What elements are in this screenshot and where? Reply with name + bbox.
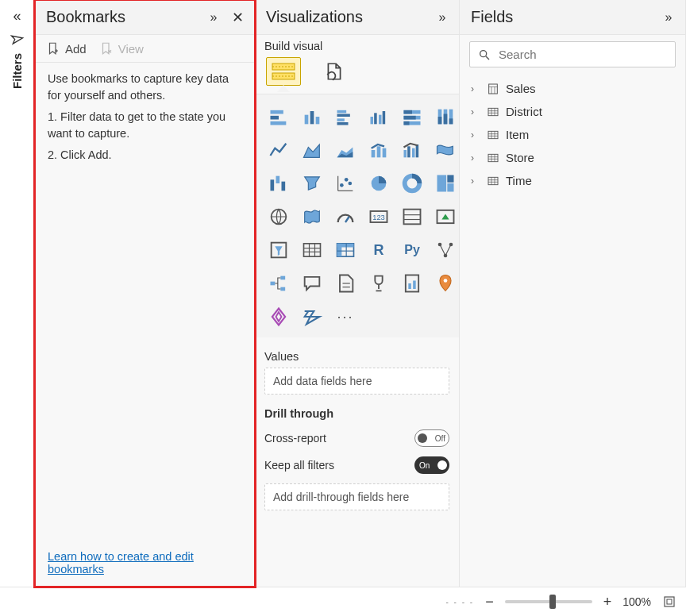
field-table-sales[interactable]: › Sales: [463, 77, 682, 100]
goals-icon[interactable]: [364, 269, 393, 298]
svg-rect-108: [667, 599, 672, 604]
card-icon[interactable]: 123: [364, 202, 393, 231]
hundred-stacked-bar-chart-icon[interactable]: [398, 102, 426, 131]
smart-narrative-icon[interactable]: [331, 269, 360, 298]
line-chart-icon[interactable]: [264, 136, 293, 164]
values-dropzone[interactable]: Add data fields here: [264, 368, 449, 395]
bookmark-add-button[interactable]: Add: [46, 41, 87, 56]
field-table-time[interactable]: › Time: [463, 169, 682, 192]
svg-point-42: [340, 183, 344, 187]
svg-rect-79: [413, 281, 416, 290]
kpi-icon[interactable]: [431, 202, 460, 231]
svg-rect-21: [404, 116, 416, 120]
power-automate-visual-icon[interactable]: [298, 302, 326, 331]
treemap-icon[interactable]: [431, 169, 460, 198]
pie-chart-icon[interactable]: [364, 169, 393, 198]
zoom-out-button[interactable]: −: [485, 594, 494, 610]
field-table-item[interactable]: › Item: [463, 123, 682, 146]
funnel-chart-icon[interactable]: [298, 169, 326, 198]
visualizations-collapse-button[interactable]: »: [434, 9, 451, 26]
multi-row-card-icon[interactable]: [398, 202, 426, 231]
fields-search-input[interactable]: [497, 47, 667, 62]
decomposition-tree-icon[interactable]: [264, 269, 293, 298]
table-icon: [487, 106, 499, 118]
field-table-district[interactable]: › District: [463, 100, 682, 123]
clustered-bar-chart-icon[interactable]: [331, 102, 360, 131]
format-visual-tab[interactable]: [317, 57, 352, 86]
ribbon-chart-icon[interactable]: [431, 136, 460, 164]
svg-rect-29: [449, 118, 453, 124]
r-visual-icon[interactable]: R: [364, 236, 393, 264]
svg-rect-77: [406, 275, 418, 292]
viz-mode-tabs: [255, 52, 459, 86]
bookmarks-step2: 2. Click Add.: [48, 147, 241, 164]
svg-point-81: [480, 50, 487, 56]
table-calc-icon: [487, 83, 499, 95]
bookmark-add-icon: [46, 41, 60, 56]
field-table-store[interactable]: › Store: [463, 146, 682, 169]
donut-chart-icon[interactable]: [398, 169, 426, 198]
waterfall-chart-icon[interactable]: [264, 169, 293, 198]
gauge-icon[interactable]: [331, 202, 360, 231]
filters-pane-collapsed[interactable]: « Filters: [0, 0, 35, 587]
paginated-report-icon[interactable]: [398, 269, 426, 298]
chevron-right-icon: ›: [471, 129, 480, 141]
stacked-bar-chart-icon[interactable]: [264, 102, 293, 131]
hundred-stacked-column-chart-icon[interactable]: [431, 102, 460, 131]
filled-map-icon[interactable]: [298, 202, 326, 231]
arcgis-map-icon[interactable]: [431, 269, 460, 298]
svg-rect-9: [316, 117, 320, 124]
table-icon[interactable]: [298, 236, 326, 264]
svg-rect-73: [280, 276, 285, 280]
svg-rect-72: [271, 282, 276, 286]
map-icon[interactable]: [264, 202, 293, 231]
stacked-area-chart-icon[interactable]: [331, 136, 360, 164]
svg-rect-32: [383, 148, 387, 158]
svg-rect-13: [337, 122, 349, 125]
fields-collapse-button[interactable]: »: [660, 9, 677, 26]
qna-icon[interactable]: [298, 269, 326, 298]
svg-rect-27: [444, 114, 448, 125]
scatter-chart-icon[interactable]: [331, 169, 360, 198]
zoom-in-button[interactable]: +: [603, 594, 612, 610]
line-clustered-column-chart-icon[interactable]: [398, 136, 426, 164]
keep-all-filters-toggle[interactable]: On: [414, 456, 449, 474]
drill-through-dropzone[interactable]: Add drill-through fields here: [264, 483, 449, 510]
bookmark-view-button: View: [99, 41, 144, 56]
visualizations-header: Visualizations »: [255, 0, 459, 35]
chevron-right-icon: ›: [471, 106, 480, 117]
build-visual-label: Build visual: [255, 35, 459, 52]
zoom-slider[interactable]: [505, 600, 592, 603]
matrix-icon[interactable]: [331, 236, 360, 264]
bookmarks-collapse-button[interactable]: »: [205, 9, 222, 26]
stacked-column-chart-icon[interactable]: [298, 102, 326, 131]
field-label: District: [506, 105, 542, 118]
table-icon: [487, 175, 499, 187]
get-more-visuals-button[interactable]: ···: [331, 302, 360, 331]
filters-expand-icon[interactable]: «: [0, 5, 34, 28]
area-chart-icon[interactable]: [298, 136, 326, 164]
bookmarks-close-button[interactable]: ✕: [229, 9, 246, 26]
line-stacked-column-chart-icon[interactable]: [364, 136, 393, 164]
key-influencers-icon[interactable]: [431, 236, 460, 264]
build-visual-tab[interactable]: [266, 57, 301, 86]
python-visual-icon[interactable]: Py: [398, 236, 426, 264]
svg-rect-54: [404, 210, 421, 225]
fit-to-page-button[interactable]: [662, 595, 676, 609]
svg-rect-14: [371, 117, 374, 124]
slicer-icon[interactable]: [264, 236, 293, 264]
field-label: Sales: [506, 82, 536, 95]
power-apps-visual-icon[interactable]: [264, 302, 293, 331]
bookmarks-intro-line: Use bookmarks to capture key data for yo…: [48, 71, 241, 104]
bookmarks-learn-link[interactable]: Learn how to create and edit bookmarks: [48, 550, 194, 576]
svg-rect-11: [337, 114, 350, 117]
svg-point-43: [345, 178, 349, 182]
svg-rect-17: [383, 111, 386, 124]
cross-report-toggle[interactable]: Off: [414, 429, 449, 447]
bookmarks-pane: Bookmarks » ✕ Add View: [35, 0, 255, 587]
bookmarks-step1: 1. Filter data to get to the state you w…: [48, 109, 241, 142]
fields-search[interactable]: [469, 41, 676, 67]
clustered-column-chart-icon[interactable]: [364, 102, 393, 131]
filters-icon: [8, 29, 26, 48]
svg-rect-16: [379, 115, 382, 125]
